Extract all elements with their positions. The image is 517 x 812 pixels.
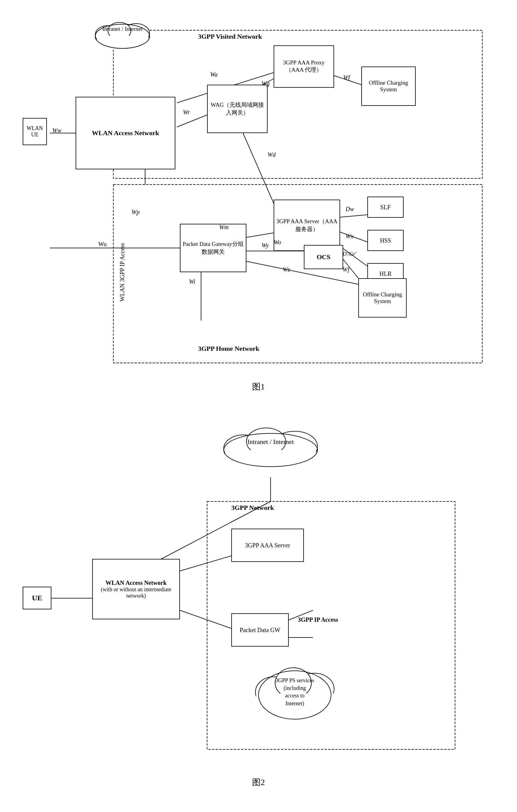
svg-rect-38: [225, 450, 316, 468]
wu-label: Wu: [98, 241, 107, 248]
page: Intranet / Internet WLAN UE Ww WLAN Acce…: [0, 0, 517, 812]
aaa-server-box: 3GPP AAA Server（AAA服务器）: [274, 200, 340, 251]
wx-label: Wx: [345, 233, 354, 240]
dgr-label: D'/Gr': [342, 251, 357, 257]
wlan-ue-box: WLAN UE: [23, 118, 47, 145]
wd-label: Wd: [268, 151, 276, 158]
fig2-ue-box: UE: [23, 587, 52, 609]
svg-rect-24: [97, 36, 148, 48]
svg-line-29: [180, 610, 231, 629]
wo-label: Wo: [274, 239, 281, 246]
offline-charging-home-box: Offline Charging System: [358, 278, 407, 318]
fig2-network-label: 3GPP Network: [231, 504, 274, 512]
ww-label: Ww: [52, 127, 61, 134]
ocs-box: OCS: [304, 245, 343, 269]
wy-label: Wy: [262, 242, 269, 249]
visited-network-label: 3GPP Visited Network: [198, 33, 262, 40]
fig2-wlan-access-box: WLAN Access Network (with or without an …: [92, 559, 180, 619]
figure2-caption: 图2: [18, 777, 499, 788]
wa-label: Wa: [210, 71, 218, 78]
fig2-aaa-server-box: 3GPP AAA Server: [231, 529, 304, 562]
offline-charging-visited-box: Offline Charging System: [361, 66, 416, 106]
intranet-label: Intranet / Internet: [89, 26, 156, 32]
home-network-label: 3GPP Home Network: [198, 345, 260, 353]
fig2-ps-services-label: 3GPP PS services(includingaccess toInter…: [249, 677, 340, 707]
fig2-packet-data-gw-box: Packet Data GW: [231, 613, 289, 646]
wlan-3gpp-label: WLAN 3GPP IP Access: [115, 187, 130, 357]
wi-label: Wi: [189, 278, 195, 285]
wlan-access-box: WLAN Access Network: [75, 97, 175, 169]
wf-home-label: Wf: [342, 266, 349, 273]
wr-label: Wr: [183, 109, 190, 116]
hss-box: HSS: [367, 230, 404, 251]
intranet-cloud: Intranet / Internet: [89, 15, 156, 51]
fig2-intranet-cloud: Intranet / Internet: [213, 420, 328, 468]
wg-label: Wg: [262, 80, 270, 87]
figure1-caption: 图1: [18, 381, 499, 393]
packet-data-gw-box: Packet Data Gateway分组数据网关: [180, 224, 246, 272]
figure2-diagram: Intranet / Internet 3GPP Network UE WLAN…: [20, 411, 497, 774]
svg-line-28: [180, 556, 231, 571]
aaa-proxy-box: 3GPP AAA Proxy（AAA 代理）: [274, 46, 334, 88]
fig2-ip-access-label: 3GPP IP Access: [298, 616, 338, 623]
dw-label: Dw: [345, 206, 354, 212]
wm-label: Wm: [219, 224, 229, 231]
wf-visited-label: Wf: [343, 74, 350, 81]
figure1-diagram: Intranet / Internet WLAN UE Ww WLAN Acce…: [20, 12, 497, 375]
svg-line-5: [177, 115, 207, 127]
slf-box: SLF: [367, 197, 404, 218]
wp-label: Wp: [131, 209, 140, 215]
fig2-intranet-label: Intranet / Internet: [213, 438, 328, 446]
fig2-ps-services-cloud: 3GPP PS services(includingaccess toInter…: [249, 646, 340, 725]
wz-label: Wz: [283, 266, 290, 273]
wag-box: WAG（无线局域网接入网关）: [207, 85, 268, 133]
